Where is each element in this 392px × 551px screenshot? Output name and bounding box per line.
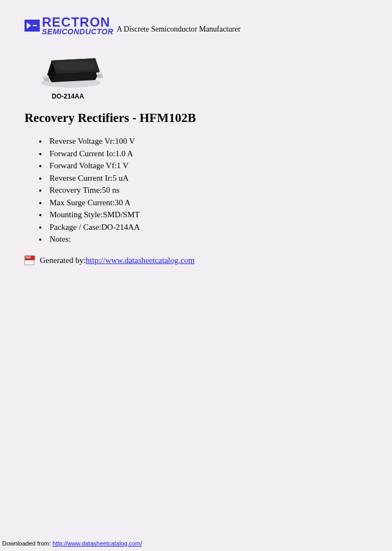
spec-item: Mounting Style:SMD/SMT <box>47 209 367 221</box>
tagline: A Discrete Semiconductor Manufacturer <box>117 25 240 35</box>
spec-item: Package / Case:DO-214AA <box>47 221 367 234</box>
pdf-icon: PDF <box>24 255 35 266</box>
spec-item: Forward Current Io:1.0 A <box>47 148 367 160</box>
package-image <box>35 48 106 89</box>
header-logo-row: RECTRON SEMICONDUCTOR A Discrete Semicon… <box>24 16 367 35</box>
generated-by-row: PDF Generated by: http://www.datasheetca… <box>24 255 367 266</box>
generated-by-label: Generated by: <box>40 256 86 265</box>
spec-list: Reverse Voltage Vr:100 V Forward Current… <box>47 135 367 246</box>
package-label: DO-214AA <box>52 93 367 100</box>
logo: RECTRON SEMICONDUCTOR <box>24 16 113 35</box>
diode-icon <box>24 20 40 32</box>
spec-item: Reverse Current Ir:5 uA <box>47 172 367 185</box>
footer-label: Downloaded from: <box>2 540 52 547</box>
footer-link[interactable]: http://www.datasheetcatalog.com/ <box>52 540 142 547</box>
spec-item: Max Surge Current:30 A <box>47 197 367 209</box>
footer: Downloaded from: http://www.datasheetcat… <box>2 540 142 547</box>
package-image-area: DO-214AA <box>35 48 367 100</box>
spec-item: Recovery Time:50 ns <box>47 184 367 197</box>
svg-point-1 <box>54 61 95 71</box>
logo-main-text: RECTRON <box>42 16 113 28</box>
logo-sub-text: SEMICONDUCTOR <box>42 28 113 35</box>
spec-item: Notes: <box>47 233 367 246</box>
spec-item: Reverse Voltage Vr:100 V <box>47 135 367 148</box>
page-title: Recovery Rectifiers - HFM102B <box>24 111 367 125</box>
spec-item: Forward Voltage Vf:1 V <box>47 160 367 172</box>
generated-by-link[interactable]: http://www.datasheetcatalog.com <box>86 256 195 265</box>
